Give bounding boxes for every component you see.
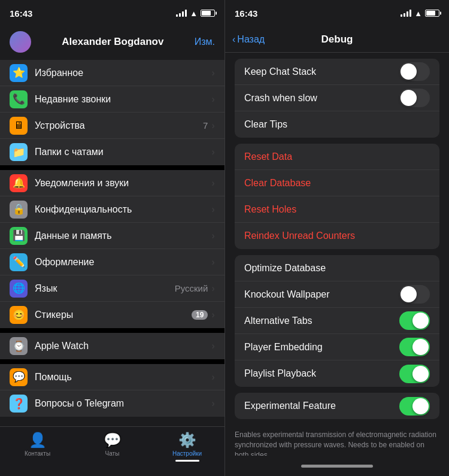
settings-row-playlistPlayback: Playlist Playback [235, 360, 439, 387]
home-bar [301, 465, 373, 468]
menu-icon-favorites: ⭐ [10, 64, 28, 82]
menu-group-3: ⌚Apple Watch› [0, 333, 224, 359]
menu-section-3: ⌚Apple Watch› [0, 333, 224, 359]
edit-button[interactable]: Изм. [195, 37, 215, 47]
menu-section-1: ⭐Избранное›📞Недавние звонки›🖥Устройства7… [0, 60, 224, 165]
settings-label-resetHoles: Reset Holes [244, 204, 430, 215]
settings-label-optimizeDb: Optimize Database [244, 263, 430, 274]
chevron-right-icon: › [211, 146, 215, 158]
menu-item-data[interactable]: 💾Данные и память› [0, 223, 224, 249]
settings-row-reindexUnread[interactable]: Reindex Unread Counters [235, 223, 439, 249]
menu-icon-notifications: 🔔 [10, 174, 28, 192]
settings-label-reindexUnread: Reindex Unread Counters [244, 231, 430, 241]
menu-label-devices: Устройства [35, 120, 203, 131]
settings-label-knockoutWallpaper: Knockout Wallpaper [244, 289, 399, 300]
menu-item-appearance[interactable]: ✏️Оформление› [0, 249, 224, 275]
settings-row-clearDatabase[interactable]: Clear Database [235, 170, 439, 196]
menu-label-notifications: Уведомления и звуки [35, 178, 211, 189]
menu-item-faq[interactable]: ❓Вопросы о Telegram› [0, 390, 224, 417]
tab-label-contacts: Контакты [25, 450, 50, 457]
experimental-label: Experimental Feature [244, 401, 399, 411]
chevron-right-icon: › [211, 93, 215, 105]
home-indicator [225, 456, 449, 476]
right-group-4: Experimental Feature [235, 393, 439, 419]
menu-item-privacy[interactable]: 🔒Конфиденциальность› [0, 196, 224, 223]
left-status-icons: ▲ [176, 9, 215, 18]
settings-label-clearDatabase: Clear Database [244, 178, 430, 189]
menu-group-1: ⭐Избранное›📞Недавние звонки›🖥Устройства7… [0, 60, 224, 165]
menu-label-applewatch: Apple Watch [35, 341, 211, 351]
menu-item-devices[interactable]: 🖥Устройства7› [0, 113, 224, 139]
menu-group-4: 💬Помощь›❓Вопросы о Telegram› [0, 364, 224, 417]
right-group-3: Optimize DatabaseKnockout WallpaperAlter… [235, 255, 439, 387]
menu-badge-stickers: 19 [192, 310, 208, 320]
experimental-toggle[interactable] [399, 397, 430, 416]
left-header: Alexander Bogdanov Изм. [0, 26, 224, 60]
avatar [10, 31, 31, 53]
menu-item-stickers[interactable]: 😊Стикеры19› [0, 302, 224, 328]
menu-item-favorites[interactable]: ⭐Избранное› [0, 60, 224, 86]
right-status-icons: ▲ [401, 9, 439, 18]
chevron-right-icon: › [211, 398, 215, 410]
tab-icon-contacts: 👤 [29, 432, 47, 448]
menu-label-stickers: Стикеры [35, 310, 192, 320]
right-group-1: Keep Chat StackCrash when slowClear Tips [235, 59, 439, 138]
menu-item-applewatch[interactable]: ⌚Apple Watch› [0, 333, 224, 359]
menu-icon-calls: 📞 [10, 90, 28, 108]
menu-item-help[interactable]: 💬Помощь› [0, 364, 224, 390]
menu-icon-faq: ❓ [10, 395, 28, 413]
menu-icon-help: 💬 [10, 368, 28, 386]
settings-row-playerEmbedding: Player Embedding [235, 334, 439, 360]
settings-row-knockoutWallpaper: Knockout Wallpaper [235, 281, 439, 308]
settings-label-playlistPlayback: Playlist Playback [244, 368, 399, 379]
settings-row-crashWhenSlow: Crash when slow [235, 85, 439, 111]
settings-row-clearTips[interactable]: Clear Tips [235, 111, 439, 138]
settings-label-alternativeTabs: Alternative Tabs [244, 316, 399, 326]
menu-divider-3 [0, 359, 224, 364]
toggle-knockoutWallpaper[interactable] [399, 285, 430, 304]
menu-group-2: 🔔Уведомления и звуки›🔒Конфиденциальность… [0, 170, 224, 328]
settings-label-crashWhenSlow: Crash when slow [244, 93, 399, 104]
menu-icon-folders: 📁 [10, 143, 28, 161]
settings-label-keepChatStack: Keep Chat Stack [244, 66, 399, 77]
toggle-keepChatStack[interactable] [399, 62, 430, 81]
settings-label-playerEmbedding: Player Embedding [244, 342, 399, 353]
menu-value-language: Русский [175, 283, 208, 293]
left-status-bar: 16:43 ▲ [0, 0, 224, 26]
settings-row-resetHoles[interactable]: Reset Holes [235, 196, 439, 223]
menu-item-language[interactable]: 🌐ЯзыкРусский› [0, 275, 224, 302]
tab-chats[interactable]: 💬Чаты [75, 432, 150, 457]
settings-row-resetData[interactable]: Reset Data [235, 144, 439, 170]
user-name: Alexander Bogdanov [31, 36, 195, 48]
menu-item-folders[interactable]: 📁Папки с чатами› [0, 139, 224, 165]
menu-label-folders: Папки с чатами [35, 147, 211, 157]
chevron-right-icon: › [211, 120, 215, 132]
toggle-playerEmbedding[interactable] [399, 338, 430, 356]
menu-icon-stickers: 😊 [10, 306, 28, 324]
tab-settings[interactable]: ⚙️Настройки [150, 432, 224, 462]
menu-item-calls[interactable]: 📞Недавние звонки› [0, 86, 224, 113]
settings-row-optimizeDb[interactable]: Optimize Database [235, 255, 439, 281]
menu-divider-1 [0, 165, 224, 170]
toggle-crashWhenSlow[interactable] [399, 89, 430, 107]
right-header: ‹ Назад Debug [225, 26, 449, 53]
right-wifi-icon: ▲ [414, 9, 422, 18]
menu-label-data: Данные и память [35, 231, 211, 241]
menu-icon-applewatch: ⌚ [10, 337, 28, 355]
tab-contacts[interactable]: 👤Контакты [0, 432, 75, 457]
menu-label-calls: Недавние звонки [35, 94, 211, 105]
right-battery-icon [425, 10, 439, 17]
chevron-right-icon: › [211, 340, 215, 352]
menu-item-notifications[interactable]: 🔔Уведомления и звуки› [0, 170, 224, 196]
menu-section-2: 🔔Уведомления и звуки›🔒Конфиденциальность… [0, 170, 224, 328]
menu-value-devices: 7 [203, 120, 208, 131]
wifi-icon: ▲ [190, 9, 198, 18]
chevron-right-icon: › [211, 230, 215, 242]
menu-label-appearance: Оформление [35, 257, 211, 268]
toggle-alternativeTabs[interactable] [399, 311, 430, 330]
experimental-row: Experimental Feature [235, 393, 439, 419]
toggle-playlistPlayback[interactable] [399, 365, 430, 383]
back-button[interactable]: ‹ Назад [232, 34, 265, 45]
settings-row-keepChatStack: Keep Chat Stack [235, 59, 439, 85]
menu-icon-privacy: 🔒 [10, 201, 28, 219]
